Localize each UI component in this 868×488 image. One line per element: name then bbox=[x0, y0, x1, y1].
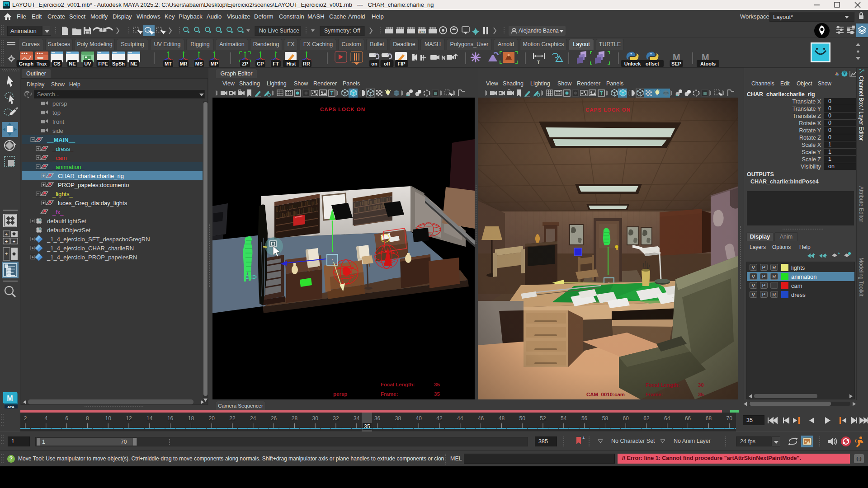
svg-text:luces_Greg_dia:day_lights: luces_Greg_dia:day_lights bbox=[58, 200, 127, 206]
svg-text:top: top bbox=[52, 109, 61, 116]
svg-text:CAPS LOCK ON: CAPS LOCK ON bbox=[585, 107, 631, 113]
svg-text:28: 28 bbox=[292, 415, 298, 422]
svg-text:_1_4_ejercicio_PROP_papelesRN: _1_4_ejercicio_PROP_papelesRN bbox=[47, 254, 137, 261]
svg-text:+: + bbox=[5, 251, 8, 257]
svg-text:No Live Surface: No Live Surface bbox=[259, 28, 299, 34]
svg-text:_1_4_ejercicio_SET_despachoGre: _1_4_ejercicio_SET_despachoGregRN bbox=[47, 236, 150, 243]
svg-text:MR: MR bbox=[179, 61, 187, 66]
svg-text:+: + bbox=[13, 239, 15, 244]
svg-text:34: 34 bbox=[354, 415, 360, 422]
svg-text:CP: CP bbox=[257, 61, 264, 66]
svg-text:T: T bbox=[600, 90, 603, 96]
svg-text:front: front bbox=[52, 118, 64, 125]
svg-text:12: 12 bbox=[126, 415, 132, 422]
svg-text:66: 66 bbox=[685, 415, 691, 422]
svg-text:_cam_: _cam_ bbox=[52, 155, 71, 161]
svg-text:NE: NE bbox=[130, 61, 137, 66]
svg-text:CAPS LOCK ON: CAPS LOCK ON bbox=[320, 107, 365, 112]
svg-text:10: 10 bbox=[105, 415, 112, 422]
svg-text:44: 44 bbox=[457, 415, 463, 422]
svg-text:35: 35 bbox=[434, 391, 440, 397]
svg-text:24: 24 bbox=[250, 415, 256, 422]
svg-text:defaultLightSet: defaultLightSet bbox=[47, 218, 86, 225]
svg-text:Graph: Graph bbox=[19, 61, 34, 66]
svg-text:2: 2 bbox=[24, 415, 27, 422]
svg-text:MS: MS bbox=[195, 61, 203, 66]
svg-text:68: 68 bbox=[706, 415, 712, 422]
svg-text:Frame:: Frame: bbox=[646, 392, 663, 397]
svg-text:_dress_: _dress_ bbox=[52, 145, 74, 152]
svg-text:30: 30 bbox=[698, 382, 704, 388]
svg-text:+: + bbox=[838, 251, 840, 256]
svg-text:20: 20 bbox=[209, 415, 215, 422]
svg-text:48: 48 bbox=[499, 415, 505, 422]
svg-text:54: 54 bbox=[561, 415, 567, 422]
svg-text:CAM_0010:cam: CAM_0010:cam bbox=[586, 392, 625, 397]
svg-text:ZP: ZP bbox=[242, 61, 248, 66]
svg-text:persp: persp bbox=[52, 101, 67, 107]
svg-text:MT: MT bbox=[165, 61, 172, 66]
svg-text:CS: CS bbox=[53, 61, 60, 66]
svg-text:UV: UV bbox=[84, 61, 91, 66]
svg-text:SpSh: SpSh bbox=[112, 61, 125, 66]
svg-text:+: + bbox=[5, 239, 8, 244]
svg-text:side: side bbox=[52, 127, 63, 134]
svg-text:M: M bbox=[7, 394, 13, 402]
svg-text:IPR: IPR bbox=[420, 30, 425, 33]
svg-text:+: + bbox=[5, 231, 8, 237]
svg-text:Unlock: Unlock bbox=[624, 61, 642, 66]
svg-text:_lights_: _lights_ bbox=[52, 191, 73, 197]
svg-text:26: 26 bbox=[271, 415, 277, 422]
svg-text:on: on bbox=[371, 61, 377, 66]
svg-text:+: + bbox=[582, 435, 585, 441]
svg-text:Focal Length:: Focal Length: bbox=[381, 382, 415, 387]
svg-text:Frame:: Frame: bbox=[381, 391, 398, 397]
svg-text:56: 56 bbox=[581, 415, 588, 422]
svg-text:_animation_: _animation_ bbox=[52, 164, 85, 170]
svg-text:_fx_: _fx_ bbox=[52, 209, 64, 216]
svg-text:T: T bbox=[330, 90, 334, 96]
svg-text:30: 30 bbox=[312, 415, 319, 422]
svg-text:16: 16 bbox=[167, 415, 174, 422]
svg-text:70: 70 bbox=[726, 415, 733, 422]
svg-text:RR: RR bbox=[303, 61, 310, 66]
svg-text:FT: FT bbox=[273, 61, 279, 66]
svg-text:FPE: FPE bbox=[98, 61, 108, 66]
svg-text:52: 52 bbox=[540, 415, 546, 422]
svg-text:NE: NE bbox=[69, 61, 75, 66]
svg-text:offset: offset bbox=[646, 61, 659, 66]
svg-text:50: 50 bbox=[519, 415, 526, 422]
svg-text:40: 40 bbox=[416, 415, 422, 422]
svg-text:32: 32 bbox=[333, 415, 339, 422]
svg-text:22: 22 bbox=[229, 415, 236, 422]
svg-text:42: 42 bbox=[436, 415, 443, 422]
svg-text:defaultObjectSet: defaultObjectSet bbox=[47, 227, 91, 234]
svg-text:60: 60 bbox=[623, 415, 629, 422]
svg-text:Atools: Atools bbox=[700, 61, 716, 66]
svg-text:18: 18 bbox=[188, 415, 194, 422]
svg-text:36: 36 bbox=[374, 415, 381, 422]
svg-text:14: 14 bbox=[146, 415, 153, 422]
svg-text:MP: MP bbox=[211, 61, 218, 66]
svg-text:M: M bbox=[5, 3, 8, 7]
svg-text:58: 58 bbox=[602, 415, 609, 422]
svg-text:4: 4 bbox=[44, 415, 47, 422]
svg-text:CHAR_charlie:charlie_rig: CHAR_charlie:charlie_rig bbox=[58, 173, 124, 179]
svg-text:35: 35 bbox=[698, 392, 704, 397]
svg-text:FIP: FIP bbox=[397, 61, 405, 66]
svg-text:T: T bbox=[537, 60, 540, 65]
svg-text:38: 38 bbox=[395, 415, 401, 422]
svg-text:AYA: AYA bbox=[7, 405, 14, 408]
svg-text:35: 35 bbox=[434, 382, 440, 387]
svg-text:Symmetry: Off: Symmetry: Off bbox=[324, 28, 360, 34]
svg-text:_1_4_ejercicio_CHAR_charlieRN: _1_4_ejercicio_CHAR_charlieRN bbox=[47, 245, 134, 252]
svg-text:SEP: SEP bbox=[671, 61, 681, 66]
svg-text:persp: persp bbox=[333, 391, 347, 397]
svg-text:Hist: Hist bbox=[287, 61, 296, 66]
svg-text:64: 64 bbox=[664, 415, 670, 422]
svg-text:Trax: Trax bbox=[37, 61, 47, 66]
svg-text:Focal Length:: Focal Length: bbox=[646, 382, 679, 388]
svg-text:62: 62 bbox=[643, 415, 650, 422]
svg-text:6: 6 bbox=[65, 415, 68, 422]
svg-text:off: off bbox=[384, 61, 390, 66]
